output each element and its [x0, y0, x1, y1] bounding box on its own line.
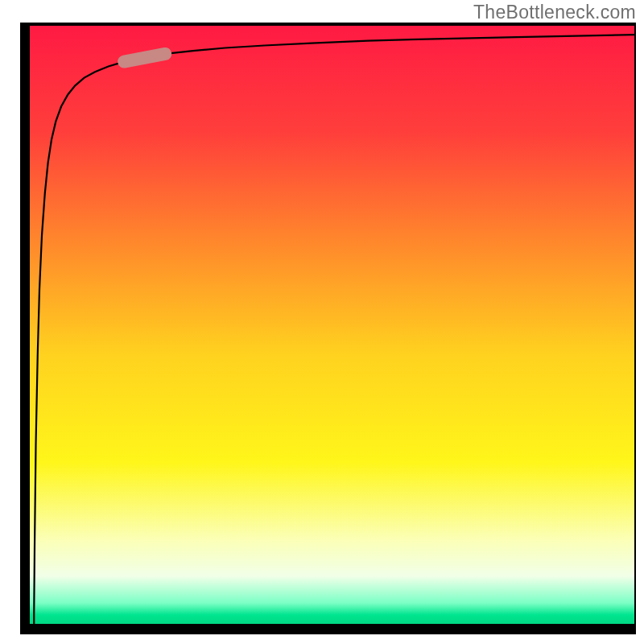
plot-background	[30, 26, 634, 624]
chart-svg	[0, 0, 644, 644]
watermark-text: TheBottleneck.com	[473, 2, 636, 23]
curve-highlight	[124, 54, 165, 62]
chart-container: TheBottleneck.com	[0, 0, 644, 644]
